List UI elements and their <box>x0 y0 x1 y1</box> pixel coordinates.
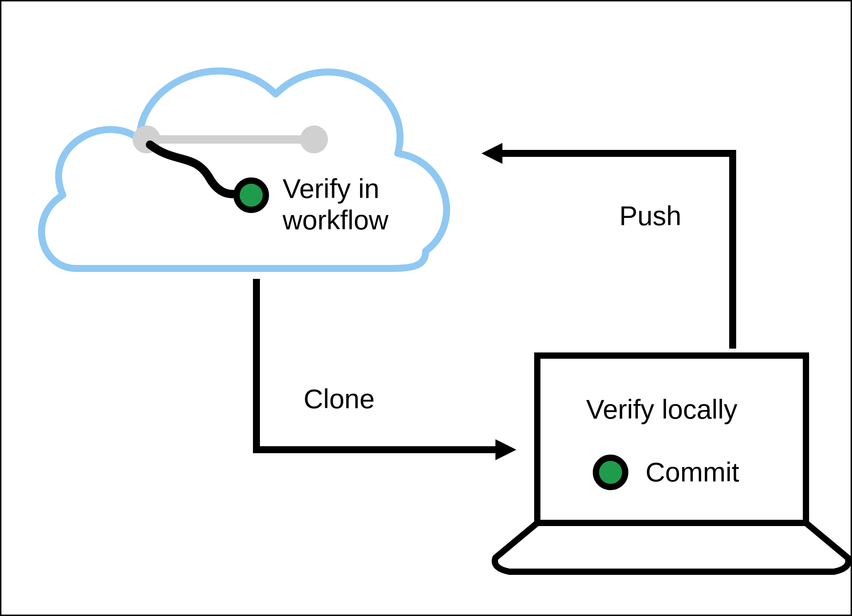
workflow-commit-dot <box>237 181 266 210</box>
push-arrow <box>482 143 733 349</box>
laptop-verify-label: Verify locally <box>586 394 737 425</box>
laptop-commit-label: Commit <box>645 457 739 488</box>
diagram-canvas: Verify in workflow Clone Push Verify loc… <box>0 0 852 616</box>
svg-rect-5 <box>537 355 806 523</box>
cloud-label-line2: workflow <box>282 205 388 236</box>
svg-marker-3 <box>495 439 517 460</box>
diagram-svg <box>0 0 852 616</box>
cloud-label-line1: Verify in <box>282 173 379 205</box>
svg-point-2 <box>300 125 328 154</box>
clone-arrow <box>257 279 517 460</box>
local-commit-dot <box>596 458 625 487</box>
push-label: Push <box>619 200 681 232</box>
cloud-icon <box>42 71 447 268</box>
branch-black <box>150 145 266 210</box>
svg-marker-4 <box>482 143 502 164</box>
clone-label: Clone <box>304 384 375 415</box>
